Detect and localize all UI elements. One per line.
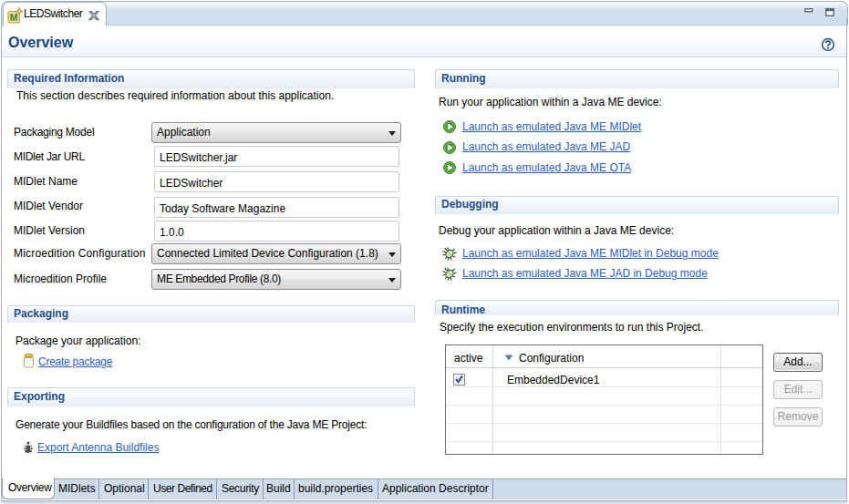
svg-text:M: M bbox=[10, 12, 18, 23]
